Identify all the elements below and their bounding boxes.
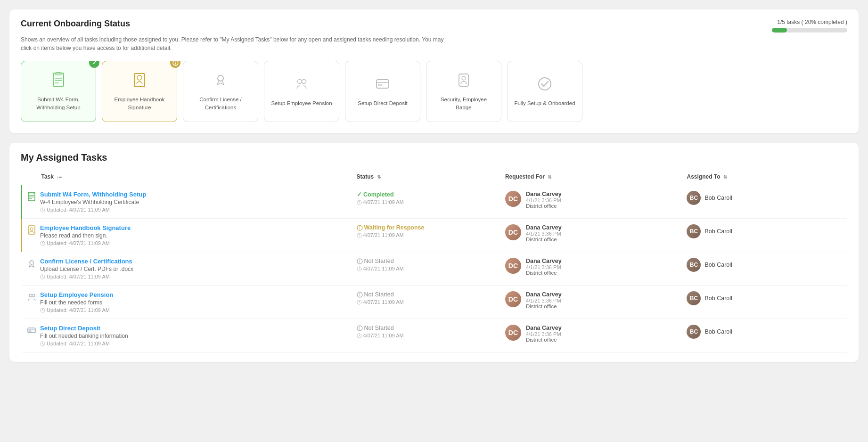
assignee-avatar: BC <box>687 191 701 205</box>
task-description: Fill out the needed forms <box>40 299 113 306</box>
onboarding-steps-row: ✓ Submit W4 Form,Withholding Setup <box>21 61 847 124</box>
svg-line-29 <box>359 202 360 203</box>
col-header-status: Status ⇅ <box>352 171 500 185</box>
requester-avatar: DC <box>505 291 521 307</box>
requester-avatar: DC <box>505 258 521 274</box>
step-handbook-label: Employee HandbookSignature <box>115 96 165 111</box>
svg-rect-37 <box>359 228 360 229</box>
svg-point-70 <box>359 329 360 330</box>
assignee-avatar: BC <box>687 325 701 339</box>
fully-setup-icon <box>536 75 553 96</box>
requester-time: 4/1/21 3:36 PM <box>526 264 562 270</box>
status-time: 4/07/21 11:09 AM <box>357 232 496 238</box>
task-status-cell: Not Started 4/07/21 11:09 AM <box>352 286 500 319</box>
task-status-cell: Not Started 4/07/21 11:09 AM <box>352 252 500 286</box>
svg-line-44 <box>43 277 44 278</box>
handbook-icon <box>131 72 148 92</box>
svg-rect-15 <box>378 84 382 86</box>
task-description: Upload License / Cert. PDFs or .docx <box>40 266 133 272</box>
task-updated: Updated: 4/07/21 11:09 AM <box>40 240 131 246</box>
progress-label: 1/5 tasks ( 20% completed ) <box>772 19 847 25</box>
requester-location: District office <box>526 203 562 209</box>
step-submit-w4[interactable]: ✓ Submit W4 Form,Withholding Setup <box>21 61 96 122</box>
status-not-started: Not Started <box>357 291 496 298</box>
svg-rect-19 <box>28 192 35 201</box>
assigned-tasks-title: My Assigned Tasks <box>21 152 847 163</box>
task-row-icon <box>27 225 36 236</box>
svg-point-10 <box>218 75 223 81</box>
requester-avatar: DC <box>505 325 521 341</box>
task-status-cell: Waiting for Response 4/07/21 11:09 AM <box>352 219 500 252</box>
svg-point-58 <box>359 296 360 296</box>
in-progress-badge <box>170 61 180 68</box>
task-name-link[interactable]: Submit W4 Form, Withholding Setup <box>40 191 146 198</box>
task-sort-icon[interactable]: ↓= <box>57 174 62 180</box>
security-badge-icon <box>455 72 472 92</box>
task-name-link[interactable]: Setup Employee Pension <box>40 291 113 298</box>
requester-name: Dana Carvey <box>526 191 562 197</box>
svg-line-61 <box>359 302 360 303</box>
task-name-link[interactable]: Confirm License / Certifications <box>40 258 132 265</box>
task-description: W-4 Employee's Withholding Certificate <box>40 199 146 205</box>
status-time: 4/07/21 11:09 AM <box>357 266 496 271</box>
step-setup-pension[interactable]: Setup Employee Pension <box>264 61 339 122</box>
table-row: Submit W4 Form, Withholding Setup W-4 Em… <box>22 185 848 219</box>
svg-line-73 <box>359 336 360 336</box>
task-assigned-cell: BC Bob Caroll <box>682 319 847 352</box>
step-pension-label: Setup Employee Pension <box>271 99 332 107</box>
table-row: Setup Direct Deposit Fill out needed ban… <box>22 319 848 352</box>
step-direct-deposit-label: Setup Direct Deposit <box>358 99 407 107</box>
direct-deposit-icon <box>374 75 391 96</box>
task-requested-cell: DC Dana Carvey 4/1/21 3:36 PM District o… <box>500 185 682 219</box>
task-requested-cell: DC Dana Carvey 4/1/21 3:36 PM District o… <box>500 286 682 319</box>
task-updated: Updated: 4/07/21 11:09 AM <box>40 341 128 346</box>
assigned-sort-icon[interactable]: ⇅ <box>723 174 727 180</box>
svg-line-67 <box>43 344 44 344</box>
status-waiting: Waiting for Response <box>357 224 496 231</box>
completed-badge: ✓ <box>89 61 99 68</box>
task-status-cell: ✓ Completed 4/07/21 11:09 AM <box>352 185 500 219</box>
status-time: 4/07/21 11:09 AM <box>357 199 496 205</box>
table-row: Confirm License / Certifications Upload … <box>22 252 848 286</box>
svg-point-6 <box>175 61 176 62</box>
requested-sort-icon[interactable]: ⇅ <box>548 174 551 180</box>
col-header-requested: Requested For ⇅ <box>500 171 682 185</box>
assignee-name: Bob Caroll <box>704 195 732 201</box>
task-assigned-cell: BC Bob Caroll <box>682 286 847 319</box>
assignee-avatar: BC <box>687 224 701 238</box>
svg-rect-1 <box>56 73 61 75</box>
status-not-started: Not Started <box>357 325 496 331</box>
requester-name: Dana Carvey <box>526 325 562 331</box>
task-updated: Updated: 4/07/21 11:09 AM <box>40 274 133 279</box>
page-title: Current Onboarding Status <box>21 19 130 29</box>
w4-icon <box>50 72 67 92</box>
task-row-icon <box>27 326 36 336</box>
svg-rect-64 <box>29 331 31 332</box>
step-employee-handbook[interactable]: Employee HandbookSignature <box>102 61 177 122</box>
tasks-table: Task ↓= Status ⇅ Requested For ⇅ Assigne… <box>21 171 847 352</box>
task-name-link[interactable]: Employee Handbook Signature <box>40 224 131 231</box>
assignee-avatar: BC <box>687 291 701 305</box>
assigned-tasks-card: My Assigned Tasks Task ↓= Status ⇅ Reque… <box>9 143 859 362</box>
requester-name: Dana Carvey <box>526 291 562 298</box>
task-assigned-cell: BC Bob Caroll <box>682 252 847 286</box>
step-submit-w4-label: Submit W4 Form,Withholding Setup <box>36 96 80 111</box>
status-sort-icon[interactable]: ⇅ <box>377 174 381 180</box>
svg-rect-30 <box>28 226 35 234</box>
progress-bar <box>772 28 847 33</box>
task-name-link[interactable]: Setup Direct Deposit <box>40 325 100 332</box>
task-assigned-cell: BC Bob Caroll <box>682 219 847 252</box>
step-fully-setup-label: Fully Setup & Onboarded <box>514 99 575 107</box>
assignee-avatar: BC <box>687 258 701 272</box>
svg-rect-62 <box>28 328 35 333</box>
step-confirm-license[interactable]: Confirm License /Certifications <box>183 61 258 122</box>
svg-point-31 <box>30 228 33 230</box>
status-not-started: Not Started <box>357 258 496 264</box>
step-security-badge[interactable]: Security, Employee Badge <box>426 61 501 122</box>
svg-line-40 <box>359 235 360 236</box>
svg-point-51 <box>29 294 32 297</box>
svg-line-55 <box>43 310 44 311</box>
svg-rect-13 <box>377 80 389 88</box>
step-fully-setup[interactable]: Fully Setup & Onboarded <box>507 61 582 122</box>
step-setup-direct-deposit[interactable]: Setup Direct Deposit <box>345 61 420 122</box>
